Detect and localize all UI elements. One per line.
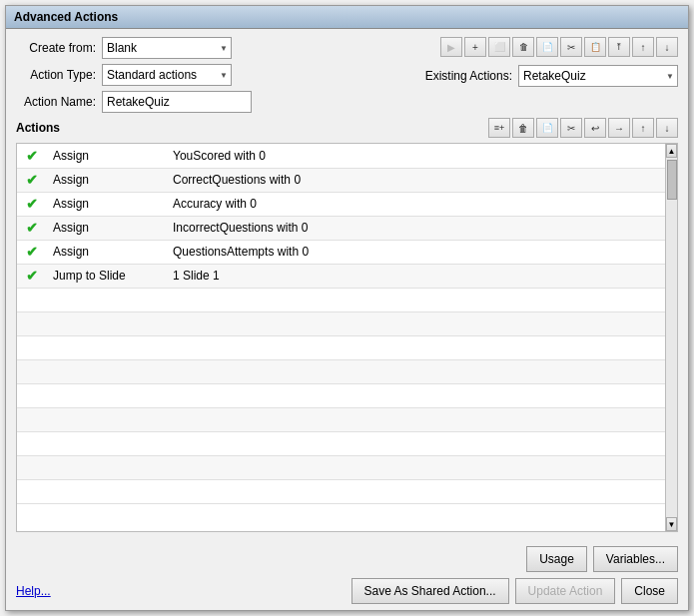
existing-actions-label: Existing Actions: [425, 69, 512, 83]
copy-all-button[interactable]: ⬜ [488, 37, 510, 57]
save-shared-button[interactable]: Save As Shared Action... [351, 578, 509, 604]
table-indent-button[interactable]: → [608, 118, 630, 138]
action-type-label: Action Type: [16, 68, 96, 82]
action-cell: Assign [47, 168, 167, 192]
table-row[interactable] [17, 431, 665, 455]
table-row[interactable] [17, 479, 665, 503]
status-cell: ✔ [17, 144, 47, 168]
status-cell [17, 383, 47, 407]
existing-actions-select-wrapper: RetakeQuiz [518, 65, 678, 87]
status-cell [17, 359, 47, 383]
table-row[interactable] [17, 455, 665, 479]
action-cell [47, 288, 167, 311]
status-cell [17, 431, 47, 455]
action-type-select[interactable]: Standard actions [102, 64, 232, 86]
scroll-down-button[interactable]: ▼ [666, 517, 677, 531]
create-from-label: Create from: [16, 41, 96, 55]
action-type-select-wrapper: Standard actions [102, 64, 232, 86]
action-cell: Assign [47, 240, 167, 264]
table-row[interactable] [17, 311, 665, 335]
table-row[interactable] [17, 359, 665, 383]
create-from-select[interactable]: Blank [102, 37, 232, 59]
scrollbar[interactable]: ▲ ▼ [665, 144, 677, 531]
detail-cell [167, 455, 665, 479]
table-scroll-area[interactable]: ✔AssignYouScored with 0✔AssignCorrectQue… [17, 144, 665, 531]
table-row[interactable] [17, 383, 665, 407]
action-cell [47, 407, 167, 431]
action-type-row: Action Type: Standard actions [16, 64, 252, 86]
table-row[interactable]: ✔AssignYouScored with 0 [17, 144, 665, 168]
action-cell [47, 479, 167, 503]
paste-button[interactable]: 📋 [584, 37, 606, 57]
status-cell: ✔ [17, 216, 47, 240]
table-row[interactable]: ✔AssignQuestionsAttempts with 0 [17, 240, 665, 264]
title-bar: Advanced Actions [6, 6, 688, 29]
action-cell: Jump to Slide [47, 264, 167, 288]
action-cell: Assign [47, 192, 167, 216]
detail-cell: 1 Slide 1 [167, 264, 665, 288]
scroll-thumb[interactable] [667, 160, 677, 200]
detail-cell: Accuracy with 0 [167, 192, 665, 216]
detail-cell [167, 431, 665, 455]
detail-cell: QuestionsAttempts with 0 [167, 240, 665, 264]
table-row[interactable]: ✔AssignCorrectQuestions with 0 [17, 168, 665, 192]
add-action-button[interactable]: + [464, 37, 486, 57]
detail-cell [167, 359, 665, 383]
action-name-row: Action Name: [16, 91, 252, 113]
action-cell [47, 335, 167, 359]
table-moveup-button[interactable]: ↑ [632, 118, 654, 138]
usage-button[interactable]: Usage [526, 546, 587, 572]
play-button[interactable]: ▶ [440, 37, 462, 57]
actions-table-container: ✔AssignYouScored with 0✔AssignCorrectQue… [16, 143, 678, 532]
scroll-up-button[interactable]: ▲ [666, 144, 677, 158]
bottom-right-buttons: Save As Shared Action... Update Action C… [351, 578, 679, 604]
update-action-button[interactable]: Update Action [515, 578, 616, 604]
create-from-select-wrapper: Blank [102, 37, 232, 59]
detail-cell [167, 479, 665, 503]
table-movedown-button[interactable]: ↓ [656, 118, 678, 138]
cut-button[interactable]: ✂ [560, 37, 582, 57]
table-row[interactable]: ✔AssignAccuracy with 0 [17, 192, 665, 216]
help-link[interactable]: Help... [16, 584, 51, 598]
check-icon: ✔ [26, 268, 38, 284]
table-row[interactable] [17, 288, 665, 311]
table-copy-button[interactable]: 📄 [536, 118, 558, 138]
copy-button[interactable]: 📄 [536, 37, 558, 57]
existing-actions-select[interactable]: RetakeQuiz [518, 65, 678, 87]
actions-toolbar: Actions ≡+ 🗑 📄 ✂ ↩ → ↑ ↓ [16, 118, 678, 138]
table-row[interactable] [17, 407, 665, 431]
table-row[interactable] [17, 335, 665, 359]
table-with-scroll: ✔AssignYouScored with 0✔AssignCorrectQue… [17, 144, 677, 531]
detail-cell: IncorrectQuestions with 0 [167, 216, 665, 240]
advanced-actions-dialog: Advanced Actions Create from: Blank Acti… [5, 5, 689, 611]
action-cell [47, 383, 167, 407]
move-top-button[interactable]: ⤒ [608, 37, 630, 57]
detail-cell [167, 407, 665, 431]
table-add-button[interactable]: ≡+ [488, 118, 510, 138]
status-cell [17, 455, 47, 479]
action-cell: Assign [47, 216, 167, 240]
move-down-button[interactable]: ↓ [656, 37, 678, 57]
close-button[interactable]: Close [621, 578, 678, 604]
table-cut-button[interactable]: ✂ [560, 118, 582, 138]
move-up-button[interactable]: ↑ [632, 37, 654, 57]
table-row[interactable]: ✔Jump to Slide1 Slide 1 [17, 264, 665, 288]
status-cell: ✔ [17, 168, 47, 192]
nav-buttons-row: ▶ + ⬜ 🗑 📄 ✂ 📋 ⤒ ↑ ↓ [440, 37, 678, 57]
action-cell: Assign [47, 144, 167, 168]
top-rows: Create from: Blank Action Type: Standard… [16, 37, 678, 113]
delete-button[interactable]: 🗑 [512, 37, 534, 57]
table-row[interactable]: ✔AssignIncorrectQuestions with 0 [17, 216, 665, 240]
actions-table: ✔AssignYouScored with 0✔AssignCorrectQue… [17, 144, 665, 504]
dialog-content: Create from: Blank Action Type: Standard… [6, 29, 688, 540]
table-delete-button[interactable]: 🗑 [512, 118, 534, 138]
table-back-button[interactable]: ↩ [584, 118, 606, 138]
detail-cell [167, 311, 665, 335]
variables-button[interactable]: Variables... [593, 546, 678, 572]
detail-cell: CorrectQuestions with 0 [167, 168, 665, 192]
bottom-bar: Usage Variables... Help... Save As Share… [6, 540, 688, 610]
status-cell: ✔ [17, 192, 47, 216]
dialog-title: Advanced Actions [14, 10, 118, 24]
action-cell [47, 359, 167, 383]
action-name-input[interactable] [102, 91, 252, 113]
